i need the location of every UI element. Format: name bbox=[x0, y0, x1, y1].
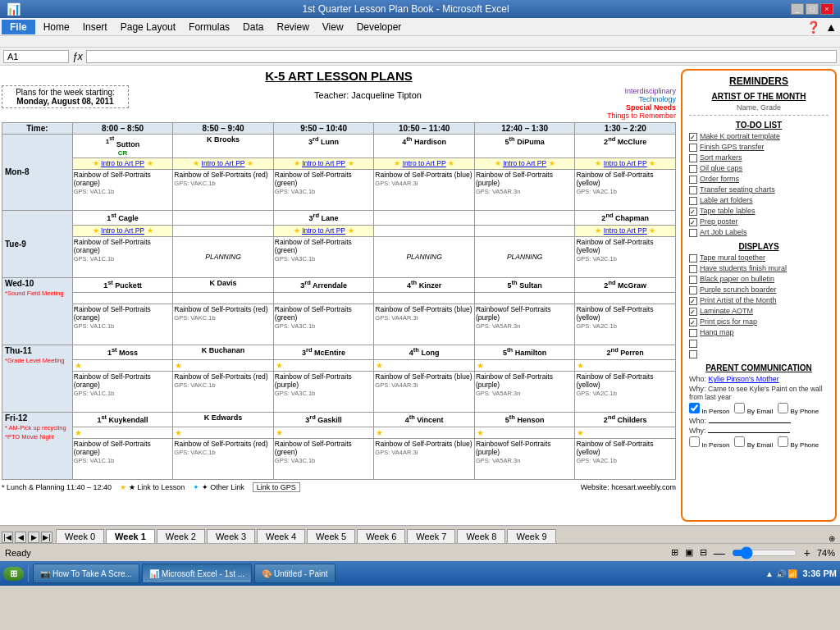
todo-checkbox-10[interactable] bbox=[689, 229, 697, 237]
view-layout-icon[interactable]: ▣ bbox=[685, 547, 693, 558]
tab-week-1[interactable]: Week 1 bbox=[106, 529, 155, 543]
disp-checkbox-3[interactable] bbox=[689, 276, 697, 284]
maximize-button[interactable]: □ bbox=[806, 3, 819, 15]
tab-week-6[interactable]: Week 6 bbox=[357, 529, 405, 543]
disp-checkbox-7[interactable] bbox=[689, 318, 697, 326]
display-item: Laminate AOTM bbox=[689, 307, 829, 316]
tab-nav-first[interactable]: |◀ bbox=[2, 532, 13, 543]
tab-week-7[interactable]: Week 7 bbox=[407, 529, 455, 543]
fri-content-3: Rainbow of Self-Portraits (green)GPS: VA… bbox=[273, 438, 374, 479]
fri-link-row: ★ ★ ★ ★ ★ ★ bbox=[2, 427, 676, 438]
todo-checkbox-9[interactable] bbox=[689, 218, 697, 226]
tab-nav-prev[interactable]: ◀ bbox=[15, 532, 26, 543]
menu-formulas[interactable]: Formulas bbox=[182, 20, 236, 34]
tab-week-5[interactable]: Week 5 bbox=[307, 529, 355, 543]
todo-checkbox-2[interactable] bbox=[689, 144, 697, 152]
menu-developer[interactable]: Developer bbox=[350, 20, 409, 34]
display-item: Purple scrunch boarder bbox=[689, 285, 829, 294]
contact2-by-email[interactable]: By Email bbox=[734, 436, 773, 449]
tab-insert-icon[interactable]: ⊕ bbox=[829, 534, 835, 543]
header-row: Time: 8:00 – 8:50 8:50 – 9:40 9:50 – 10:… bbox=[2, 123, 676, 135]
formula-input[interactable] bbox=[86, 50, 837, 63]
contact2-in-person[interactable]: In Person bbox=[689, 436, 729, 449]
disp-checkbox-2[interactable] bbox=[689, 265, 697, 273]
todo-checkbox-3[interactable] bbox=[689, 154, 697, 162]
menu-data[interactable]: Data bbox=[236, 20, 270, 34]
footer-gps[interactable]: Link to GPS bbox=[253, 482, 300, 492]
disp-checkbox-1[interactable] bbox=[689, 254, 697, 262]
tab-week-3[interactable]: Week 3 bbox=[207, 529, 255, 543]
fri-content-2: Rainbow of Self-Portraits (red)GPS: VAKC… bbox=[173, 438, 274, 479]
tue-content-4: PLANNING bbox=[374, 236, 475, 277]
tab-nav-next[interactable]: ▶ bbox=[28, 532, 39, 543]
todo-item: Art Job Labels bbox=[689, 228, 829, 237]
contact-by-phone[interactable]: By Phone bbox=[778, 403, 819, 415]
tue-content-6: Rainbow of Self-Portraits (yellow)GPS: V… bbox=[575, 236, 676, 277]
collapse-icon[interactable]: ▲ bbox=[825, 21, 837, 34]
disp-checkbox-9[interactable] bbox=[689, 340, 697, 348]
start-button[interactable]: ⊞ bbox=[3, 567, 24, 581]
todo-checkbox-8[interactable] bbox=[689, 208, 697, 216]
fri-link-1: ★ bbox=[72, 427, 173, 438]
taskbar-screenshot[interactable]: 📷 How To Take A Scre... bbox=[33, 564, 139, 583]
mon-content-5: Rainbow of Self-Portraits (purple)GPS: V… bbox=[474, 169, 575, 210]
todo-checkbox-6[interactable] bbox=[689, 186, 697, 194]
todo-checkbox-1[interactable] bbox=[689, 133, 697, 141]
mon-link-3: ★ Intro to Art PP ★ bbox=[273, 158, 374, 169]
thu-link-row: ★ ★ ★ ★ ★ ★ bbox=[2, 359, 676, 371]
disp-text-1: Tape mural together bbox=[700, 253, 765, 262]
zoom-out-icon[interactable]: — bbox=[714, 546, 725, 559]
fri-teacher-row: Fri-12* AM-Pick up recycling*PTO Movie N… bbox=[2, 412, 676, 427]
contact-by-email[interactable]: By Email bbox=[734, 403, 773, 415]
thu-teacher-5: 5th Hamilton bbox=[474, 345, 575, 359]
wed-content-4: Rainbow of Self-Portraits (blue)GPS: VA4… bbox=[374, 304, 475, 345]
fri-teacher-6: 2nd Childers bbox=[575, 412, 676, 427]
menu-review[interactable]: Review bbox=[270, 20, 315, 34]
todo-text-8: Tape table lables bbox=[700, 207, 756, 215]
todo-checkbox-5[interactable] bbox=[689, 176, 697, 184]
contact2-by-phone[interactable]: By Phone bbox=[778, 436, 819, 449]
disp-checkbox-6[interactable] bbox=[689, 308, 697, 316]
plan-title: K-5 ART LESSON PLANS bbox=[2, 69, 676, 83]
tab-week-2[interactable]: Week 2 bbox=[157, 529, 205, 543]
menu-view[interactable]: View bbox=[316, 20, 350, 34]
contact-in-person[interactable]: In Person bbox=[689, 403, 729, 415]
menu-insert[interactable]: Insert bbox=[76, 20, 114, 34]
tue-link-2 bbox=[173, 225, 274, 236]
help-icon[interactable]: ❓ bbox=[806, 21, 820, 34]
todo-checkbox-7[interactable] bbox=[689, 197, 697, 205]
zoom-in-icon[interactable]: + bbox=[804, 546, 810, 559]
thu-content-4: Rainbow of Self-Portraits (blue)GPS: VA4… bbox=[374, 371, 475, 412]
tab-nav-last[interactable]: ▶| bbox=[41, 532, 52, 543]
taskbar-excel[interactable]: 📊 Microsoft Excel - 1st ... bbox=[142, 564, 252, 583]
tag-interdisciplinary: Interdisciplinary bbox=[607, 87, 676, 95]
thu-link-4: ★ bbox=[374, 359, 475, 371]
menu-page-layout[interactable]: Page Layout bbox=[114, 20, 182, 34]
tags: Interdisciplinary Technology Special Nee… bbox=[607, 85, 676, 120]
fri-link-6: ★ bbox=[575, 427, 676, 438]
tue-teacher-2 bbox=[173, 210, 274, 225]
tab-week-8[interactable]: Week 8 bbox=[457, 529, 505, 543]
tue-teacher-5 bbox=[474, 210, 575, 225]
taskbar-paint[interactable]: 🎨 Untitled - Paint bbox=[254, 564, 336, 583]
fri-content-row: Rainbow of Self-Portraits (orange)GPS: V… bbox=[2, 438, 676, 479]
disp-checkbox-4[interactable] bbox=[689, 286, 697, 294]
tab-week-0[interactable]: Week 0 bbox=[56, 529, 104, 543]
wed-day-cell: Wed-10*Sound Field Meeting bbox=[2, 277, 73, 345]
tab-week-9[interactable]: Week 9 bbox=[507, 529, 555, 543]
zoom-slider[interactable] bbox=[732, 546, 797, 559]
minimize-button[interactable]: _ bbox=[791, 3, 804, 15]
display-item bbox=[689, 349, 829, 358]
view-page-break-icon[interactable]: ⊟ bbox=[700, 547, 707, 558]
todo-item: Transfer seating charts bbox=[689, 185, 829, 194]
disp-checkbox-8[interactable] bbox=[689, 329, 697, 337]
menu-file[interactable]: File bbox=[2, 20, 35, 34]
tab-week-4[interactable]: Week 4 bbox=[257, 529, 305, 543]
todo-checkbox-4[interactable] bbox=[689, 165, 697, 173]
name-box[interactable] bbox=[3, 50, 69, 63]
disp-checkbox-5[interactable] bbox=[689, 297, 697, 305]
close-button[interactable]: × bbox=[820, 3, 833, 15]
view-normal-icon[interactable]: ⊞ bbox=[671, 547, 678, 558]
menu-home[interactable]: Home bbox=[37, 20, 76, 34]
disp-checkbox-10[interactable] bbox=[689, 350, 697, 358]
